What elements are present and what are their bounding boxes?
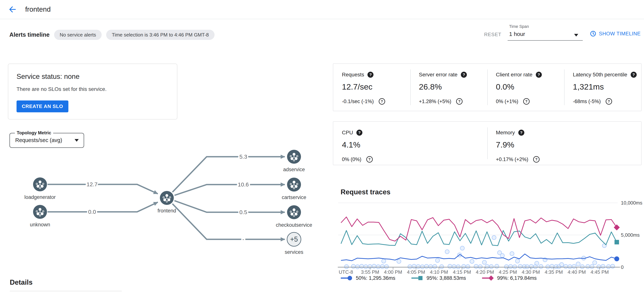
trace-dot[interactable] (424, 264, 428, 268)
trace-dot[interactable] (351, 264, 356, 268)
trace-dot[interactable] (380, 264, 384, 269)
trace-dot[interactable] (440, 265, 444, 269)
topology-edge-frontend-checkoutservice (174, 201, 285, 212)
trace-dot[interactable] (456, 265, 460, 269)
topology-node-adservice[interactable]: adservice (283, 150, 305, 172)
trace-dot[interactable] (478, 265, 482, 269)
trace-dot[interactable] (489, 264, 493, 269)
trace-dot[interactable] (428, 264, 433, 269)
help-outline-icon[interactable]: ? (379, 98, 385, 105)
trace-dot[interactable] (470, 259, 474, 263)
scorecard-delta: -0.1/sec (-1%) (342, 99, 374, 104)
help-icon[interactable]: ? (461, 72, 467, 78)
topology-node-services[interactable]: +5services (284, 232, 303, 255)
node-label-cartservice: cartservice (282, 195, 306, 200)
trace-dot[interactable] (606, 264, 610, 269)
trace-dot[interactable] (433, 264, 437, 269)
trace-dot[interactable] (492, 236, 496, 240)
trace-dot[interactable] (510, 251, 514, 256)
reset-button[interactable]: RESET (484, 32, 502, 38)
help-outline-icon[interactable]: ? (606, 98, 612, 105)
trace-dot[interactable] (397, 259, 401, 263)
trace-dot[interactable] (564, 264, 568, 268)
trace-dot[interactable] (560, 262, 564, 267)
x-axis-tick-label: 4:45 PM (591, 269, 609, 275)
trace-dot[interactable] (466, 264, 470, 269)
trace-dot[interactable] (372, 264, 376, 268)
trace-dot[interactable] (525, 265, 529, 269)
trace-dot[interactable] (416, 264, 420, 269)
trace-dot[interactable] (500, 253, 504, 258)
trace-dot[interactable] (344, 264, 348, 269)
topology-node-loadgenerator[interactable]: loadgenerator (24, 177, 56, 200)
help-outline-icon[interactable]: ? (533, 156, 540, 163)
service-status-title: Service status: none (16, 73, 177, 81)
trace-dot[interactable] (460, 246, 464, 250)
trace-dot[interactable] (376, 265, 380, 269)
trace-dot[interactable] (572, 264, 576, 268)
trace-dot[interactable] (364, 265, 368, 269)
help-outline-icon[interactable]: ? (456, 98, 462, 105)
trace-dot[interactable] (576, 262, 580, 266)
topology-edge-loadgenerator-frontend (48, 184, 158, 194)
trace-dot[interactable] (546, 265, 550, 269)
topology-node-unknown[interactable]: unknown (30, 205, 50, 227)
alerts-timeline-bar: Alerts timeline No service alerts Time s… (10, 25, 214, 45)
trace-dot[interactable] (610, 264, 615, 268)
back-button[interactable] (8, 5, 16, 14)
edge-label-frontend-adservice: 5.3 (239, 154, 247, 160)
trace-dot[interactable] (568, 264, 572, 269)
show-timeline-button[interactable]: SHOW TIMELINE (590, 31, 640, 37)
help-outline-icon[interactable]: ? (523, 98, 530, 105)
legend-item-50[interactable]: 50%: 1,295.36ms (340, 275, 395, 281)
trace-dot[interactable] (474, 264, 478, 268)
trace-dot[interactable] (586, 264, 590, 269)
trace-dot[interactable] (529, 264, 533, 268)
trace-dot[interactable] (448, 264, 452, 268)
trace-dot[interactable] (580, 265, 584, 269)
trace-dot[interactable] (384, 264, 388, 269)
trace-dot[interactable] (516, 259, 520, 263)
trace-dot[interactable] (412, 264, 416, 268)
create-slo-button[interactable]: CREATE AN SLO (16, 100, 68, 112)
legend-item-99[interactable]: 99%: 6,179.84ms (482, 275, 536, 281)
trace-dot[interactable] (518, 264, 522, 268)
trace-dot[interactable] (593, 261, 597, 265)
help-icon[interactable]: ? (518, 130, 524, 136)
trace-dot[interactable] (452, 264, 456, 269)
trace-dot[interactable] (445, 250, 449, 254)
help-icon[interactable]: ? (631, 72, 637, 78)
help-icon[interactable]: ? (356, 130, 362, 136)
trace-dot[interactable] (590, 264, 594, 269)
trace-dot[interactable] (597, 265, 601, 269)
legend-marker-icon (411, 275, 424, 281)
topology-node-cartservice[interactable]: cartservice (282, 178, 306, 200)
topology-node-frontend[interactable]: frontend (158, 191, 176, 214)
request-traces-chart[interactable]: 10,000ms5,000ms03:55 PM4:00 PM4:05 PM4:1… (337, 199, 644, 278)
trace-dot[interactable] (482, 260, 486, 264)
trace-dot[interactable] (495, 264, 499, 268)
help-outline-icon[interactable]: ? (366, 156, 373, 163)
trace-dot[interactable] (462, 264, 466, 268)
topology-edge-frontend-services (172, 204, 285, 239)
legend-item-95[interactable]: 95%: 3,888.53ms (411, 275, 466, 281)
topology-node-checkoutservice[interactable]: checkoutservice (276, 205, 312, 228)
trace-dot[interactable] (436, 258, 440, 262)
help-icon[interactable]: ? (536, 72, 542, 78)
help-icon[interactable]: ? (368, 72, 374, 78)
trace-dot[interactable] (360, 264, 364, 268)
trace-dot[interactable] (539, 264, 543, 269)
trace-dot[interactable] (535, 261, 539, 265)
trace-dot[interactable] (550, 264, 554, 268)
trace-dot[interactable] (508, 264, 513, 269)
trace-dot[interactable] (382, 259, 386, 263)
trace-dot[interactable] (485, 264, 489, 269)
trace-dot[interactable] (408, 264, 412, 269)
details-divider (10, 291, 122, 291)
trace-dot[interactable] (513, 265, 517, 269)
time-span-select[interactable]: Time Span 1 hour (508, 24, 583, 41)
time-span-label: Time Span (509, 24, 529, 29)
trace-dot[interactable] (601, 264, 605, 268)
trace-dot[interactable] (356, 265, 360, 269)
trace-dot[interactable] (420, 265, 424, 269)
